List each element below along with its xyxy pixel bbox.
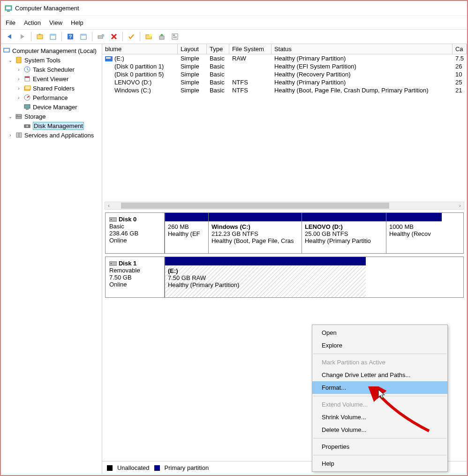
- menu-item-explore[interactable]: Explore: [312, 339, 447, 352]
- tree-task-scheduler[interactable]: ›Task Scheduler: [1, 65, 102, 74]
- volume-list-header: blume Layout Type File System Status Ca: [102, 44, 467, 54]
- svg-point-41: [111, 263, 112, 264]
- app-icon: [5, 5, 12, 12]
- svg-rect-25: [25, 86, 30, 90]
- scroll-left-icon[interactable]: ‹: [105, 203, 113, 208]
- svg-point-33: [26, 125, 28, 127]
- svg-rect-9: [81, 34, 86, 36]
- col-capacity[interactable]: Ca: [453, 44, 467, 54]
- volume-row[interactable]: Windows (C:)SimpleBasicNTFSHealthy (Boot…: [102, 86, 467, 94]
- properties-icon[interactable]: [169, 31, 181, 42]
- col-filesystem[interactable]: File System: [229, 44, 272, 54]
- menu-help[interactable]: Help: [71, 19, 83, 26]
- check-icon[interactable]: [126, 31, 137, 42]
- tree-device-manager[interactable]: Device Manager: [1, 102, 102, 112]
- svg-rect-27: [24, 105, 30, 108]
- context-menu: OpenExploreMark Partition as ActiveChang…: [312, 325, 448, 472]
- partition[interactable]: LENOVO (D:)25.00 GB NTFSHealthy (Primary…: [302, 213, 386, 253]
- menu-item-open[interactable]: Open: [312, 326, 447, 339]
- disk-info: Disk 0Basic238.46 GBOnline: [106, 213, 165, 253]
- menu-separator: [313, 354, 446, 354]
- svg-rect-1: [6, 7, 11, 9]
- menu-separator: [313, 396, 446, 396]
- calendar2-icon[interactable]: [78, 31, 89, 42]
- svg-rect-36: [105, 56, 113, 61]
- disk-panel: Disk 0Basic238.46 GBOnline260 MBHealthy …: [105, 212, 464, 254]
- delete-icon[interactable]: [108, 31, 120, 42]
- window-title: Computer Management: [15, 5, 79, 12]
- legend-unallocated: Unallocated: [117, 464, 150, 471]
- volume-row[interactable]: (Disk 0 partition 1)SimpleBasicHealthy (…: [102, 62, 467, 70]
- volume-row[interactable]: (E:)SimpleBasicRAWHealthy (Primary Parti…: [102, 54, 467, 62]
- menu-item-properties[interactable]: Properties: [312, 440, 447, 453]
- svg-rect-3: [37, 35, 43, 39]
- svg-rect-5: [50, 34, 56, 36]
- menu-action[interactable]: Action: [24, 19, 41, 26]
- svg-rect-17: [173, 38, 177, 38]
- menu-separator: [313, 438, 446, 438]
- legend-swatch-unallocated: [107, 465, 113, 471]
- menubar: File Action View Help: [1, 16, 467, 29]
- menu-item-extend-volume: Extend Volume...: [312, 398, 447, 411]
- svg-text:?: ?: [69, 34, 72, 39]
- volume-row[interactable]: (Disk 0 partition 5)SimpleBasicHealthy (…: [102, 70, 467, 78]
- svg-rect-38: [109, 218, 117, 221]
- folder-icon[interactable]: [34, 31, 45, 42]
- menu-file[interactable]: File: [6, 19, 15, 26]
- tree-system-tools[interactable]: ⌄System Tools: [1, 55, 102, 65]
- tree-disk-management[interactable]: Disk Management: [1, 121, 102, 130]
- partition[interactable]: 260 MBHealthy (EF: [165, 213, 208, 253]
- svg-rect-23: [25, 76, 30, 78]
- menu-item-shrink-volume[interactable]: Shrink Volume...: [312, 411, 447, 423]
- menu-item-change-drive-letter-and-paths[interactable]: Change Drive Letter and Paths...: [312, 369, 447, 381]
- svg-rect-35: [19, 133, 22, 137]
- menu-item-help[interactable]: Help: [312, 457, 447, 470]
- svg-rect-30: [16, 117, 22, 119]
- menu-item-mark-partition-as-active: Mark Partition as Active: [312, 356, 447, 369]
- col-type[interactable]: Type: [207, 44, 229, 54]
- tree-performance[interactable]: ›Performance: [1, 93, 102, 102]
- toolbar: ?: [1, 29, 467, 44]
- menu-separator: [313, 455, 446, 455]
- svg-rect-13: [159, 36, 164, 39]
- tree-storage[interactable]: ⌄Storage: [1, 112, 102, 121]
- partition[interactable]: Windows (C:)212.23 GB NTFSHealthy (Boot,…: [208, 213, 302, 253]
- scrollbar-thumb[interactable]: [121, 203, 389, 209]
- menu-view[interactable]: View: [49, 19, 62, 26]
- partition[interactable]: (E:)7.50 GB RAWHealthy (Primary Partitio…: [165, 257, 366, 297]
- titlebar: Computer Management: [1, 1, 467, 16]
- calendar-icon[interactable]: [47, 31, 59, 42]
- col-volume[interactable]: blume: [102, 44, 178, 54]
- tree-event-viewer[interactable]: ›Event Viewer: [1, 74, 102, 83]
- svg-rect-40: [109, 262, 117, 265]
- col-status[interactable]: Status: [272, 44, 453, 54]
- svg-rect-19: [4, 49, 9, 52]
- forward-icon[interactable]: [17, 31, 28, 42]
- legend-primary: Primary partition: [165, 464, 209, 471]
- svg-point-31: [17, 115, 18, 116]
- svg-rect-29: [16, 114, 22, 116]
- up-icon[interactable]: [156, 31, 167, 42]
- menu-item-delete-volume[interactable]: Delete Volume...: [312, 423, 447, 436]
- svg-rect-34: [16, 133, 19, 137]
- scroll-right-icon[interactable]: ›: [456, 203, 464, 208]
- svg-rect-15: [173, 35, 175, 36]
- svg-rect-20: [16, 57, 21, 63]
- disk-panel: Disk 1Removable7.50 GBOnline(E:)7.50 GB …: [105, 257, 464, 298]
- svg-rect-16: [173, 37, 177, 37]
- volume-row[interactable]: LENOVO (D:)SimpleBasicNTFSHealthy (Prima…: [102, 78, 467, 86]
- menu-item-format[interactable]: Format...: [312, 381, 447, 394]
- col-layout[interactable]: Layout: [178, 44, 207, 54]
- back-icon[interactable]: [4, 31, 15, 42]
- horizontal-scrollbar[interactable]: ‹ ›: [105, 202, 464, 210]
- help-icon[interactable]: ?: [65, 31, 76, 42]
- disk-info: Disk 1Removable7.50 GBOnline: [106, 257, 165, 297]
- tree-shared-folders[interactable]: ›Shared Folders: [1, 83, 102, 93]
- svg-rect-2: [7, 11, 10, 12]
- tree-root[interactable]: Computer Management (Local): [1, 46, 102, 55]
- new-icon[interactable]: [143, 31, 154, 42]
- svg-point-12: [149, 34, 152, 37]
- tree-services[interactable]: ›Services and Applications: [1, 130, 102, 140]
- partition[interactable]: 1000 MBHealthy (Recov: [386, 213, 442, 253]
- refresh-icon[interactable]: [95, 31, 106, 42]
